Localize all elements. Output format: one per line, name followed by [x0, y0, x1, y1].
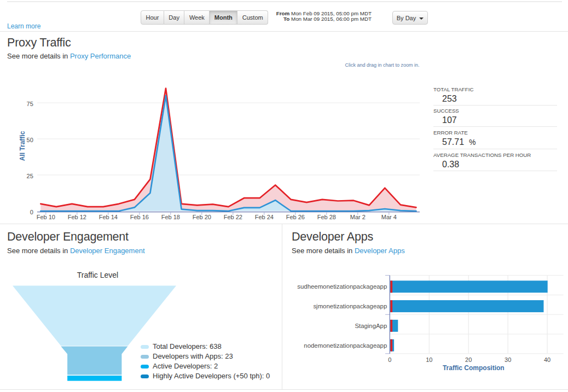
stat-label: ERROR RATE	[433, 130, 557, 136]
range-button-week[interactable]: Week	[184, 10, 210, 25]
dashboard-page: Learn more HourDayWeekMonthCustom From M…	[0, 0, 568, 392]
time-range-group: HourDayWeekMonthCustom	[141, 10, 268, 25]
proxy-performance-link[interactable]: Proxy Performance	[70, 52, 131, 60]
x-tick-label: 10	[426, 356, 432, 363]
y-tick-label: 25	[27, 173, 33, 179]
proxy-traffic-subtitle: See more details in Proxy Performance	[7, 52, 131, 60]
developer-apps-subtitle: See more details in Developer Apps	[292, 247, 405, 255]
series-area-success	[40, 96, 416, 211]
bar-error-sjmonetizationpackageapp	[391, 300, 393, 312]
series-area-all-traffic	[40, 89, 416, 211]
legend-row: Active Developers: 2	[141, 361, 270, 371]
from-label: From	[276, 10, 290, 16]
x-tick-label: Feb 26	[286, 214, 305, 220]
developer-apps-title: Developer Apps	[292, 230, 373, 244]
legend-swatch	[141, 345, 149, 349]
developer-engagement-title: Developer Engagement	[7, 230, 129, 244]
subtitle-prefix: See more details in	[7, 52, 70, 60]
legend-label: Total Developers: 638	[153, 342, 222, 350]
y-axis-title: All Traffic	[19, 131, 26, 161]
y-tick-label: 75	[27, 101, 33, 107]
stat-value: 57.71%	[433, 137, 557, 147]
by-day-label: By Day	[397, 15, 416, 21]
stat-row: ERROR RATE57.71%	[433, 130, 557, 149]
x-tick-label: Feb 12	[68, 214, 86, 220]
developer-apps-chart[interactable]: sudheemonetizationpackageappsjmonetizati…	[285, 271, 568, 380]
to-label: To	[283, 16, 289, 22]
funnel-title: Traffic Level	[0, 271, 195, 279]
bar-label: sjmonetizationpackageapp	[313, 303, 387, 309]
x-tick-label: Feb 10	[37, 214, 55, 220]
bar-sudheemonetizationpackageapp	[390, 280, 548, 292]
zoom-hint: Click and drag in chart to zoom in.	[345, 62, 419, 68]
caret-down-icon	[419, 17, 424, 20]
x-tick-label: Feb 16	[130, 214, 149, 220]
legend-swatch	[141, 355, 149, 359]
stat-row: SUCCESS107	[433, 108, 557, 127]
funnel-segment-active	[67, 376, 121, 381]
legend-label: Developers with Apps: 23	[153, 352, 233, 360]
stat-value: 0.38	[433, 160, 557, 169]
stat-label: TOTAL TRAFFIC	[433, 86, 557, 93]
x-tick-label: Feb 20	[193, 214, 211, 220]
legend-swatch	[141, 365, 149, 368]
range-button-custom[interactable]: Custom	[237, 10, 268, 25]
by-day-dropdown[interactable]: By Day	[392, 11, 428, 25]
x-tick-label: Feb 28	[317, 214, 336, 220]
subtitle-prefix: See more details in	[292, 247, 355, 255]
x-tick-label: 40	[544, 356, 550, 363]
legend-swatch	[141, 375, 149, 378]
bar-error-sudheemonetizationpackageapp	[391, 280, 393, 292]
y-tick-label: 0	[30, 209, 33, 215]
x-tick-label: Feb 22	[224, 214, 242, 220]
from-value: Mon Feb 09 2015, 05:00 pm MDT	[291, 10, 372, 16]
developer-engagement-link[interactable]: Developer Engagement	[70, 247, 145, 255]
learn-more-link[interactable]: Learn more	[7, 22, 40, 30]
x-tick-label: Feb 18	[161, 214, 180, 220]
developer-engagement-subtitle: See more details in Developer Engagement	[7, 247, 145, 255]
developer-apps-link[interactable]: Developer Apps	[355, 247, 405, 255]
x-axis-title: Traffic Composition	[443, 364, 505, 372]
to-value: Mon Mar 09 2015, 06:00 pm MDT	[291, 16, 372, 22]
bar-label: StagingApp	[355, 323, 387, 329]
bottom-section-divider	[282, 224, 282, 390]
x-tick-label: Mar 2	[350, 214, 366, 220]
x-tick-label: Feb 14	[99, 214, 118, 220]
stat-value: 107	[433, 115, 557, 125]
x-tick-label: Mar 4	[381, 214, 397, 220]
bar-label: nodemonetizationpackageapp	[304, 342, 387, 349]
range-button-hour[interactable]: Hour	[141, 10, 164, 25]
stat-row: TOTAL TRAFFIC253	[433, 86, 557, 106]
legend-label: Active Developers: 2	[153, 362, 218, 370]
funnel-legend: Total Developers: 638Developers with App…	[141, 342, 270, 381]
stat-unit: %	[464, 138, 476, 147]
range-button-month[interactable]: Month	[210, 10, 237, 25]
legend-row: Developers with Apps: 23	[141, 352, 270, 361]
series-line-success	[40, 96, 416, 211]
legend-row: Highly Active Developers (+50 tph): 0	[141, 371, 270, 381]
proxy-stats-panel: TOTAL TRAFFIC253SUCCESS107ERROR RATE57.7…	[433, 86, 557, 174]
toolbar-divider	[0, 31, 568, 32]
x-tick-label: 30	[505, 356, 511, 363]
series-line-all-traffic	[40, 89, 416, 208]
stat-label: AVERAGE TRANSACTIONS PER HOUR	[433, 152, 557, 159]
legend-row: Total Developers: 638	[141, 342, 270, 352]
x-tick-label: 20	[465, 356, 472, 363]
stat-row: AVERAGE TRANSACTIONS PER HOUR0.38	[433, 152, 557, 171]
bar-error-StagingApp	[391, 320, 393, 332]
range-button-day[interactable]: Day	[164, 10, 185, 25]
funnel-segment-with-apps	[61, 347, 127, 375]
bar-label: sudheemonetizationpackageapp	[297, 283, 387, 290]
funnel-segment-total	[13, 286, 176, 346]
bottom-border	[0, 389, 568, 390]
y-tick-label: 50	[27, 137, 33, 143]
bar-sjmonetizationpackageapp	[390, 300, 544, 312]
subtitle-prefix: See more details in	[7, 247, 70, 255]
bottom-section-top-border	[0, 224, 568, 224]
proxy-traffic-chart[interactable]: 0255075All TrafficFeb 10Feb 12Feb 14Feb …	[0, 71, 432, 227]
x-tick-label: Feb 24	[255, 214, 274, 220]
proxy-traffic-title: Proxy Traffic	[7, 36, 71, 50]
stat-label: SUCCESS	[433, 108, 557, 114]
stat-value: 253	[433, 94, 557, 103]
legend-label: Highly Active Developers (+50 tph): 0	[153, 372, 270, 380]
